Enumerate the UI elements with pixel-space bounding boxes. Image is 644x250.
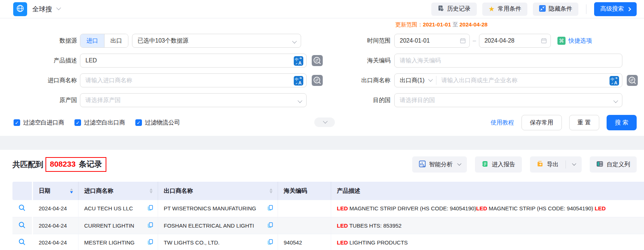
date-cell: 2024-04-24 [32,200,78,217]
checkbox-filter-blank-exporter[interactable]: ✓ 过滤空白出口商 [74,119,125,127]
exporter-label: 出口商名称 [323,77,391,84]
history-button[interactable]: 历史记录 [431,3,477,16]
reset-button[interactable]: 重 置 [569,115,599,130]
data-source-select-value[interactable] [132,34,301,47]
tutorial-link[interactable]: 使用教程 [491,119,514,127]
hs-code-cell: 940542 [278,234,331,250]
data-source-select[interactable] [132,34,301,48]
export-button[interactable]: 导出 [530,156,582,173]
magnifier-icon[interactable] [18,240,26,247]
dest-country-input[interactable] [395,94,622,107]
report-icon [482,160,489,169]
enter-report-label: 进入报告 [492,161,515,169]
keyword-highlight: LED [337,222,348,229]
fuzzy-match-icon[interactable] [312,55,323,66]
sort-icons-exporter[interactable] [270,188,272,193]
magnifier-icon[interactable] [18,206,26,213]
importer-input[interactable] [80,74,306,87]
advanced-search-button[interactable]: 高级搜索 [594,2,637,16]
quick-options-label: 快捷选项 [568,37,592,45]
row-search-cell [12,200,32,217]
copy-icon[interactable] [267,205,273,212]
exporter-inputbox: 出口商(1) 中A [394,73,622,87]
save-conditions-button[interactable]: 保存常用 [522,115,562,130]
update-range-start: 2021-01-01 [423,21,451,28]
sort-icons-date[interactable] [70,188,73,193]
desc-text: TUBES HTS: 853952 [348,222,402,229]
header-importer[interactable]: 进口商名称 [78,182,158,200]
history-icon [438,5,444,13]
checkbox-filter-blank-importer[interactable]: ✓ 过滤空白进口商 [14,119,64,127]
date-start-picker[interactable]: 2024-01-01 [394,34,470,48]
copy-icon[interactable] [147,205,153,212]
header-hs-code[interactable]: 海关编码 [278,182,331,200]
favorites-button[interactable]: ★ 常用条件 [482,3,527,16]
importer-name: MESTER LIGHTING [84,239,135,246]
chevron-down-icon[interactable] [56,6,61,10]
checkbox-checked-icon[interactable]: ✓ [74,119,81,126]
exporter-input[interactable] [436,74,622,87]
importer-cell: MESTER LIGHTING [78,234,158,250]
quick-options-link[interactable]: ⌘ 快捷选项 [557,37,592,45]
star-icon: ★ [489,6,495,12]
tab-export[interactable]: 出口 [104,34,128,47]
exporter-cell: TW LIGHTS CO., LTD. [158,234,278,250]
table-header-row: 日期 进口商名称 出口商名称 海关编码 产品描述 [12,182,644,200]
desc-text: MAGNETIC STRIP (HS CODE: 94054190) [487,205,594,211]
sort-icons-importer[interactable] [150,188,153,193]
copy-icon[interactable] [267,222,273,229]
product-desc-input[interactable] [80,54,306,67]
hide-conditions-button[interactable]: 隐藏条件 [533,3,578,16]
checkbox-checked-icon[interactable]: ✓ [135,119,142,126]
smart-analysis-button[interactable]: BI 智能分析 [412,156,467,173]
translate-icon[interactable]: 中A [294,76,303,86]
fuzzy-match-icon[interactable] [312,75,323,86]
customize-columns-button[interactable]: 自定义列 [590,156,637,173]
copy-icon[interactable] [267,239,273,246]
hs-code-label: 海关编码 [323,57,391,65]
keyword-highlight: LED [337,239,348,246]
copy-icon[interactable] [147,239,153,246]
svg-text:BI: BI [422,164,425,167]
copy-icon[interactable] [147,222,153,229]
header-exporter-label: 出口商名称 [164,187,193,195]
exporter-type-select[interactable]: 出口商(1) [395,77,436,84]
product-desc-row: 产品描述 中A [0,51,323,70]
search-button[interactable]: 搜 索 [607,115,637,130]
magnifier-icon[interactable] [18,224,26,230]
checkbox-filter-logistics[interactable]: ✓ 过滤物流公司 [135,119,180,127]
enter-report-button[interactable]: 进入报告 [475,156,522,173]
data-source-row: 数据源 进口 出口 [0,31,323,51]
matched-suffix: 条记录 [79,159,102,169]
checkbox-checked-icon[interactable]: ✓ [14,119,20,126]
importer-label: 进口商名称 [0,77,77,84]
product-desc-cell: LED LIGHTING PRODUCTS [331,234,644,250]
translate-icon[interactable]: 中A [294,56,303,66]
tab-import[interactable]: 进口 [80,34,104,47]
origin-country-row: 原产国 [0,90,323,110]
date-cell: 2024-04-24 [32,217,78,234]
importer-inputbox: 中A [80,73,307,87]
keyword-highlight: LED [337,205,348,211]
fuzzy-match-icon[interactable] [627,75,638,86]
expand-more-pill[interactable] [314,117,335,127]
dest-country-select[interactable] [394,93,622,107]
exporter-cell: FOSHAN ELECTRICAL AND LIGHTI [158,217,278,234]
hs-code-input[interactable] [395,54,622,67]
svg-text:A: A [299,61,302,66]
hs-code-cell [278,217,331,234]
importer-cell: ACU TECH US LLC [78,200,158,217]
exporter-row: 出口商名称 出口商(1) 中A [323,70,644,90]
keyword-highlight: LED [476,205,487,211]
product-desc-label: 产品描述 [0,57,77,65]
header-exporter[interactable]: 出口商名称 [158,182,278,200]
calendar-icon [541,38,547,45]
header-date[interactable]: 日期 [32,182,78,200]
origin-country-select[interactable] [80,93,307,107]
results-header: 共匹配到 808233 条记录 BI 智能分析 进入报告 [12,156,644,173]
date-end-picker[interactable]: 2024-04-28 [479,34,551,48]
origin-country-input[interactable] [80,94,306,107]
header-product-desc[interactable]: 产品描述 [331,182,644,200]
translate-icon[interactable]: 中A [610,76,619,86]
svg-text:A: A [614,80,618,86]
